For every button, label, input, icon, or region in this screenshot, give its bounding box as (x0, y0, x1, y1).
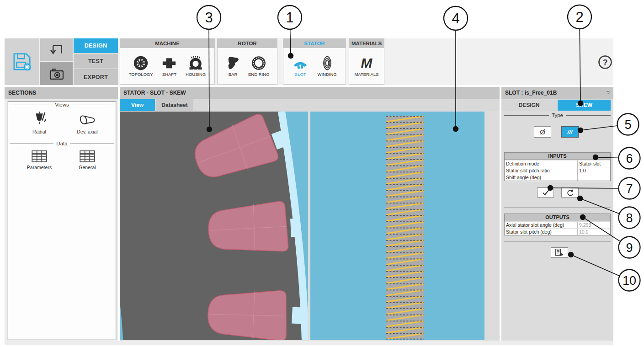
toolbar-item-end-ring[interactable]: END RING (248, 55, 269, 77)
undo-arrow-icon (49, 43, 64, 57)
sidebar-item-general[interactable]: General (64, 149, 110, 170)
end-ring-icon (251, 55, 266, 71)
svg-text:6: 6 (626, 152, 633, 165)
help-button[interactable]: ? (597, 54, 613, 70)
svg-text:M: M (361, 55, 373, 70)
slot-icon (292, 55, 309, 71)
outputs-table: OUTPUTS Axial stator slot angle (deg) 9.… (504, 214, 611, 235)
tab-slot-skew[interactable]: SKEW (558, 100, 611, 111)
topology-icon (133, 55, 149, 71)
views-legend-label: Views (55, 102, 69, 107)
svg-text:1: 1 (286, 10, 293, 26)
views-legend: Views (10, 102, 114, 107)
output-label: Axial stator slot angle (deg) (505, 222, 577, 228)
app-window: DESIGN TEST EXPORT MACHINE (5, 38, 613, 345)
input-value[interactable]: Stator slot (577, 160, 610, 167)
divider (504, 241, 611, 242)
output-value: 10.0 (577, 229, 610, 235)
group-machine: MACHINE TOPOLOGY (120, 38, 215, 85)
housing-icon (188, 55, 203, 71)
toolbar-item-materials[interactable]: M MATERIALS (354, 55, 378, 77)
tab-datasheet[interactable]: Datasheet (156, 99, 193, 111)
page: DESIGN TEST EXPORT MACHINE (0, 0, 644, 347)
toolbar-item-label: END RING (248, 72, 269, 77)
skew-development-view[interactable] (310, 112, 484, 340)
parameters-table-icon (31, 149, 48, 163)
slot-panel: SLOT : is_Free_01B ? DESIGN SKEW Type Ø … (501, 87, 613, 341)
toolbar-item-winding[interactable]: WINDING (318, 55, 337, 77)
output-label: Stator slot pitch (deg) (505, 229, 577, 235)
winding-icon (319, 55, 335, 71)
slot-panel-help[interactable]: ? (607, 87, 610, 99)
slot-panel-header: SLOT : is_Free_01B (501, 87, 613, 99)
table-row: Shift angle (deg) - (505, 174, 610, 181)
tab-design[interactable]: DESIGN (74, 38, 118, 53)
svg-text:10: 10 (623, 274, 636, 288)
divider (504, 207, 611, 208)
main-tabs: View Datasheet (120, 99, 500, 111)
export-button[interactable] (551, 247, 568, 258)
table-row: Definition mode Stator slot (505, 160, 610, 167)
svg-text:7: 7 (626, 182, 633, 196)
sections-panel: Views Radial (8, 101, 116, 339)
save-button[interactable] (5, 38, 39, 85)
svg-text:8: 8 (626, 211, 633, 225)
screenshot-button[interactable] (40, 62, 73, 85)
input-value[interactable]: 1.0 (577, 167, 610, 174)
inputs-table-title: INPUTS (505, 153, 610, 160)
help-icon: ? (597, 54, 613, 70)
toolbar-item-label: MATERIALS (354, 72, 378, 77)
group-materials-title: MATERIALS (349, 39, 384, 48)
svg-text:2: 2 (575, 9, 583, 25)
input-label: Shift angle (deg) (505, 174, 577, 181)
apply-button[interactable] (537, 187, 554, 198)
input-label: Stator slot pitch ratio (505, 167, 577, 174)
group-rotor-title: ROTOR (218, 39, 277, 48)
camera-icon (48, 66, 65, 81)
check-icon (542, 189, 550, 196)
sidebar-item-radial[interactable]: Radial (16, 111, 62, 134)
toolbar-item-shaft[interactable]: SHAFT (161, 55, 177, 77)
type-no-skew-button[interactable]: Ø (534, 126, 551, 138)
tab-view[interactable]: View (120, 99, 155, 111)
sections-body: Views Radial (5, 99, 118, 341)
reset-button[interactable] (561, 187, 579, 198)
sidebar-item-label: Parameters (27, 165, 52, 170)
input-value[interactable]: - (577, 174, 610, 181)
tab-test[interactable]: TEST (74, 53, 118, 69)
svg-text:4: 4 (452, 11, 459, 27)
stator-cross-section-view[interactable] (120, 112, 308, 340)
undo-button[interactable] (40, 38, 73, 61)
save-icon (11, 51, 32, 72)
toolbar-item-label: SHAFT (162, 72, 176, 77)
window-bottom-strip (5, 341, 613, 345)
general-table-icon (79, 149, 96, 163)
tab-slot-design[interactable]: DESIGN (501, 100, 557, 111)
radial-view-icon (32, 111, 47, 128)
toolbar-item-slot[interactable]: SLOT (292, 55, 309, 77)
sidebar-item-dev-axial[interactable]: Dev. axial (64, 111, 110, 134)
group-materials: MATERIALS M MATERIALS (349, 38, 384, 85)
graphics-area (120, 111, 500, 341)
sidebar-item-parameters[interactable]: Parameters (16, 149, 62, 170)
toolbar-item-label: WINDING (318, 72, 337, 77)
svg-text:3: 3 (205, 10, 213, 26)
table-row: Stator slot pitch (deg) 10.0 (505, 228, 610, 235)
sidebar-item-label: Dev. axial (77, 129, 97, 134)
table-row: Stator slot pitch ratio 1.0 (505, 167, 610, 174)
svg-text:?: ? (603, 58, 608, 67)
toolbar-item-bar[interactable]: BAR (225, 55, 241, 77)
type-skew-button[interactable]: /// (561, 126, 579, 138)
svg-text:5: 5 (624, 118, 631, 132)
toolbar-item-topology[interactable]: TOPOLOGY (129, 55, 153, 77)
group-stator: STATOR SLOT (283, 38, 346, 85)
data-legend-label: Data (56, 141, 67, 146)
shaft-icon (161, 55, 177, 71)
toolbar-item-label: HOUSING (186, 72, 206, 77)
data-legend: Data (10, 141, 114, 146)
dev-axial-view-icon (78, 111, 96, 128)
type-legend-label: Type (552, 112, 563, 118)
toolbar-item-housing[interactable]: HOUSING (186, 55, 206, 77)
group-stator-title: STATOR (283, 39, 346, 48)
tab-export[interactable]: EXPORT (74, 69, 118, 85)
